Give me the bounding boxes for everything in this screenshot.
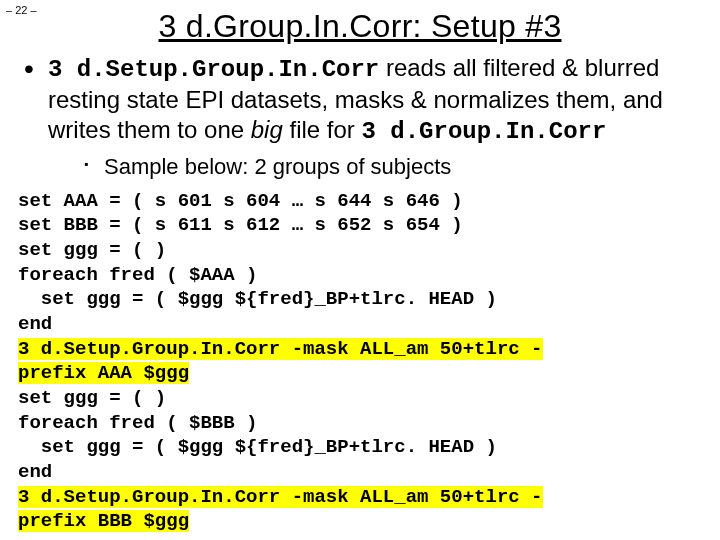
code-line: set ggg = ( $ggg ${fred}_BP+tlrc. HEAD ) — [18, 287, 706, 312]
highlighted-code: 3 d.Setup.Group.In.Corr -mask ALL_am 50+… — [18, 486, 543, 533]
sub-bullet-item: Sample below: 2 groups of subjects — [88, 153, 706, 181]
code-line: 3 d.Setup.Group.In.Corr -mask ALL_am 50+… — [18, 485, 706, 534]
bullet-item: 3 d.Setup.Group.In.Corr reads all filter… — [44, 53, 706, 181]
code-line: set BBB = ( s 611 s 612 … s 652 s 654 ) — [18, 213, 706, 238]
code-block: set AAA = ( s 601 s 604 … s 644 s 646 )s… — [18, 189, 706, 535]
code-line: set ggg = ( $ggg ${fred}_BP+tlrc. HEAD ) — [18, 435, 706, 460]
highlighted-code: 3 d.Setup.Group.In.Corr -mask ALL_am 50+… — [18, 338, 543, 385]
prog-name-1: 3 d.Setup.Group.In.Corr — [48, 56, 379, 83]
code-line: foreach fred ( $AAA ) — [18, 263, 706, 288]
prog-name-2: 3 d.Group.In.Corr — [362, 118, 607, 145]
bullet-list: 3 d.Setup.Group.In.Corr reads all filter… — [14, 53, 706, 181]
slide-title: 3 d.Group.In.Corr: Setup #3 — [14, 8, 706, 45]
code-line: set ggg = ( ) — [18, 386, 706, 411]
code-line: end — [18, 312, 706, 337]
code-line: foreach fred ( $BBB ) — [18, 411, 706, 436]
code-line: set ggg = ( ) — [18, 238, 706, 263]
sub-bullet-list: Sample below: 2 groups of subjects — [48, 153, 706, 181]
bullet-big: big — [251, 116, 283, 143]
code-line: end — [18, 460, 706, 485]
bullet-text-2: file for — [283, 116, 362, 143]
code-line: 3 d.Setup.Group.In.Corr -mask ALL_am 50+… — [18, 337, 706, 386]
code-line: set AAA = ( s 601 s 604 … s 644 s 646 ) — [18, 189, 706, 214]
page-number: – 22 – — [6, 4, 37, 16]
slide: – 22 – 3 d.Group.In.Corr: Setup #3 3 d.S… — [0, 0, 720, 540]
